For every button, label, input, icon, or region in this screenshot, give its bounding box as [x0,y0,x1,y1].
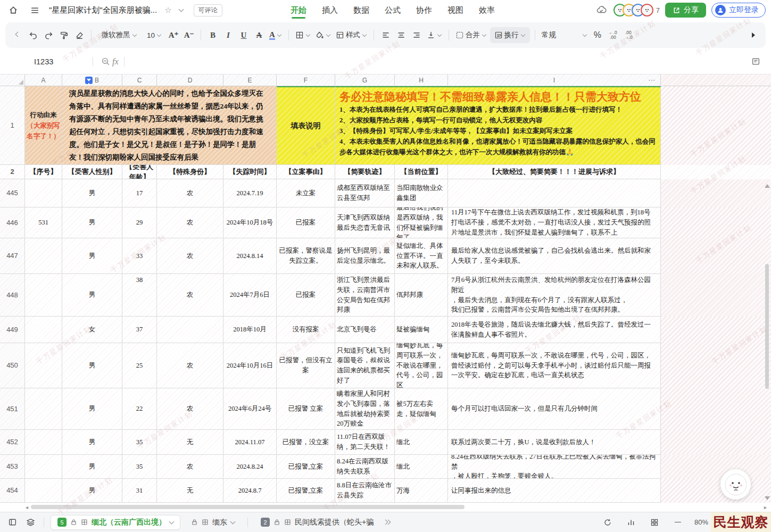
cell-missing-date[interactable]: 2024.7.19 [223,179,277,207]
cell-details[interactable]: 联系过两次要二十万，换U，说是收到款后放人！ [448,430,661,455]
tab-insert[interactable]: 插入 [322,0,338,20]
row-number[interactable]: 1 [0,86,25,165]
cell-origin-label[interactable]: 行动由来 （大家别写 名字了！） [25,86,62,165]
cell-missing-date[interactable]: 2024年7月6日 [223,274,277,317]
apps-grid-icon[interactable] [648,516,661,529]
column-header-c[interactable]: C [122,74,157,86]
cell-missing-date[interactable]: 2024年10月18号 [223,207,277,238]
cell-style-button[interactable]: 样式 [334,27,369,43]
scroll-down-arrow[interactable] [765,496,770,500]
row-number[interactable]: 445 [0,179,25,207]
cell-route[interactable]: 瞒着家里人和同村发小飞到泰国，落地后就被劫持索要20万赎金 [335,388,395,430]
sheet-list-icon[interactable] [23,516,37,529]
cell-age[interactable]: 38 [122,274,157,317]
header-seq[interactable]: 【序号】 [25,165,62,179]
cell-identity[interactable]: 农 [157,207,223,238]
cell-identity[interactable] [157,317,223,343]
tab-efficiency[interactable]: 效率 [479,0,495,20]
select-all-corner[interactable] [0,74,25,86]
cell-gender[interactable]: 女 [62,317,122,343]
cell-location[interactable]: 缅甸妙瓦底，每周可联系一次，不敢说在哪里，代号，公司，园区 [395,343,448,388]
cell-route[interactable]: 只知道到飞机飞到泰国曼谷，叔叔说连回来的机票都买好了 [335,343,395,388]
cell-details[interactable] [448,179,661,207]
sheet-tab-minjian[interactable]: 2 民间线索提供（蛇头+骗 [254,515,380,530]
cell-missing-date[interactable]: 2024.11.07 [223,430,277,455]
sheet-tab-miandong[interactable]: 缅东 [185,515,241,530]
horizontal-scrollbar[interactable]: ◄ ► [0,503,771,511]
cell-case-status[interactable]: 已报警,立案 [277,455,335,479]
cell-age[interactable]: 37 [122,317,157,343]
home-icon[interactable] [6,3,20,17]
cell-case-status[interactable]: 没有报案 [277,317,335,343]
cell-missing-date[interactable]: 2024.8.7 [223,479,277,503]
cell-case-status[interactable]: 已报案 [277,274,335,317]
column-header-a[interactable]: A [25,74,62,86]
header-route[interactable]: 【简要轨迹】 [335,165,395,179]
cell-route[interactable]: 11.07日在西双版纳，第二天失联！ [335,430,395,455]
row-number[interactable]: 451 [0,388,25,430]
filter-icon[interactable] [85,77,93,84]
cell-gender[interactable]: 男 [62,179,122,207]
cell-seq[interactable] [25,179,62,207]
cell-identity[interactable]: 无 [157,479,223,503]
cell-case-status[interactable]: 已报警，没立案 [277,430,335,455]
header-missing-date[interactable]: 【失踪时间】 [223,165,277,179]
cell-location[interactable]: 当阳南散物业众鑫集团 [395,179,448,207]
cell-seq[interactable] [25,343,62,388]
cell-location[interactable]: 缅北 [395,455,448,479]
cell-route[interactable]: 成都至西双版纳至云县至佤邦 [335,179,395,207]
cell-route[interactable]: 天津飞到西双版纳最后失恋杳无音讯 [335,207,395,238]
merge-cells-button[interactable]: 合并 [454,27,488,43]
cell-identity[interactable]: 农 [157,455,223,479]
tab-chevron-down-icon[interactable] [230,519,236,524]
cell-form-instructions-label[interactable]: 填表说明 [277,86,335,165]
scroll-up-arrow[interactable] [765,184,770,188]
share-button[interactable]: 分享 [665,3,706,18]
borders-button[interactable] [294,27,312,43]
sidebar-panel-icon[interactable] [5,516,19,529]
cell-gender[interactable]: 男 [62,455,122,479]
cell-location[interactable]: 疑被骗缅甸 [395,317,448,343]
cell-gender[interactable]: 男 [62,430,122,455]
column-header-i[interactable]: I ⋯ [448,74,661,86]
cell-gender[interactable]: 男 [62,238,122,274]
cell-case-status[interactable]: 已报警 立案 [277,388,335,430]
cell-route[interactable]: 北京飞到曼谷 [335,317,395,343]
chart-stats-icon[interactable] [624,516,638,529]
cell-missing-date[interactable]: 2024年6月24号 [223,388,277,430]
toolbar-more-button[interactable] [747,27,760,43]
header-location[interactable]: 【当前位置】 [395,165,448,179]
underline-button[interactable]: U [237,27,251,43]
title-chevron-down-icon[interactable] [178,7,184,12]
cell-details[interactable]: 每个月可以打电话回家一次，但是只有几分钟时间 [448,388,661,430]
cell-identity[interactable]: 农 [157,238,223,274]
header-age[interactable]: 【受害人年龄】 [122,165,157,179]
cell-case-status[interactable]: 已报案，警察说是失踪立案。 [277,238,335,274]
vertical-align-button[interactable] [425,27,444,43]
cell-seq[interactable] [25,388,62,430]
cell-case-status[interactable]: 未立案 [277,179,335,207]
number-format-select[interactable]: 常规 [540,27,589,43]
bold-button[interactable]: B [206,27,220,43]
cell-location[interactable]: 疑似缅北、具体位置不详。一直未和家人联系。 [395,238,448,274]
header-case-status[interactable]: 【立案事由】 [277,165,335,179]
cell-gender[interactable]: 男 [62,274,122,317]
align-left-button[interactable] [379,27,393,43]
cell-identity[interactable]: 农 [157,343,223,388]
assistant-mascot[interactable] [720,469,751,500]
cell-location[interactable]: 最后给我们说的是西双版纳，我们怀疑被骗到缅甸了 [395,207,448,238]
cell-location[interactable]: 被5万左右卖走，疑似缅甸 [395,388,448,430]
cell-age[interactable]: 33 [122,238,157,274]
increase-font-size-button[interactable]: A⁺ [167,27,180,43]
tab-view[interactable]: 视图 [447,0,463,20]
cell-details[interactable]: 11月17号下午在微信上说去西双版纳工作，发过视频和机票，到18号打电话不接，感… [448,207,661,238]
decrease-decimal-button[interactable]: .00 →.0 [621,27,635,43]
cell-details[interactable]: 7月6号从浙江杭州去云南景洪、发给杭州的朋友定位在打洛森林公园附近 ，最后失去消… [448,274,661,317]
cell-seq[interactable]: 531 [25,207,62,238]
cell-age[interactable]: 25 [122,343,157,388]
zoom-level[interactable]: 80% [694,518,708,526]
row-number[interactable]: 449 [0,317,25,343]
fill-color-button[interactable] [314,27,333,43]
undo-button[interactable] [26,27,40,43]
cell-identity[interactable]: 农 [157,388,223,430]
